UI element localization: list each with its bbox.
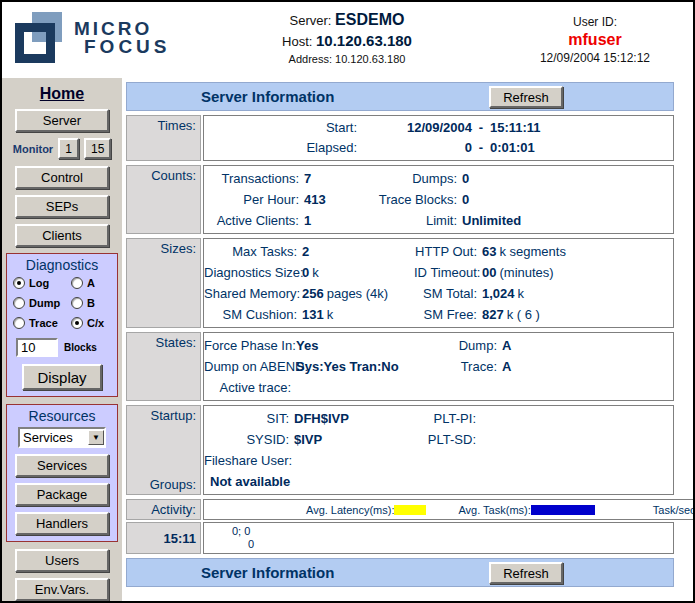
seps-button[interactable]: SEPs [15,195,109,218]
avg-latency-swatch-icon [394,505,426,515]
services-button[interactable]: Services [15,454,109,477]
counts-section-label: Counts: [126,165,201,234]
radio-cx[interactable]: C/x [71,317,111,329]
force-phase-in-value: Yes [296,335,418,356]
sit-label: SIT: [204,408,294,429]
times-section-label: Times: [126,115,201,161]
handlers-button[interactable]: Handlers [15,512,109,535]
startup-section-label-cell: Startup: Groups: [126,405,201,495]
diagnostics-title: Diagnostics [7,257,117,273]
max-tasks-value: 2 [302,241,414,262]
host-value: 10.120.63.180 [316,32,412,49]
force-phase-in-label: Force Phase In: [204,335,296,356]
counts-body: Transactions: 7 Dumps: 0 Per Hour: 413 T… [203,165,674,234]
radio-log-icon[interactable] [13,277,25,289]
control-button[interactable]: Control [15,166,109,189]
times-row-elapsed: Elapsed: 0 - 0:01:01 [204,138,673,158]
radio-trace-icon[interactable] [13,317,25,329]
sizes-section: Sizes: Max Tasks: 2 HTTP Out: 63k segmen… [126,238,674,328]
sidebar-home-link[interactable]: Home [2,85,122,103]
package-button[interactable]: Package [15,483,109,506]
server-value: ESDEMO [335,11,404,28]
radio-trace[interactable]: Trace [13,317,71,329]
active-clients-label: Active Clients: [204,210,304,231]
server-button[interactable]: Server [15,109,109,132]
dump-on-abend-value: Sys:Yes Tran:No [296,356,418,377]
activity-data-line1: 0; 0 [204,525,673,538]
radio-a-icon[interactable] [71,277,83,289]
transactions-value: 7 [304,168,366,189]
states-empty-value [502,377,673,398]
transactions-label: Transactions: [204,168,304,189]
resources-dropdown[interactable]: Services ▼ [18,427,106,448]
sysid-value: $IVP [294,429,416,450]
startup-row: SYSID: $IVP PLT-SD: [204,429,673,450]
dropdown-arrow-icon[interactable]: ▼ [88,430,104,445]
radio-dump[interactable]: Dump [13,297,71,309]
sm-total-value: 1,024k [482,283,673,304]
states-section-label: States: [126,332,201,401]
refresh-button-top[interactable]: Refresh [489,86,563,108]
dump-state-value: A [502,335,673,356]
resources-dropdown-value: Services [20,430,88,445]
sizes-section-label: Sizes: [126,238,201,328]
radio-b[interactable]: B [71,297,111,309]
monitor-1-button[interactable]: 1 [58,138,79,159]
radio-trace-label: Trace [29,317,58,329]
elapsed-dash: - [472,138,490,158]
radio-a[interactable]: A [71,277,111,289]
blocks-row: Blocks [16,338,117,357]
activity-data-section: 15:11 0; 0 0 [126,522,674,554]
envvars-button[interactable]: Env.Vars. [15,578,109,601]
dump-state-label: Dump: [418,335,502,356]
per-hour-value: 413 [304,189,366,210]
monitor-15-button[interactable]: 15 [84,138,111,159]
logo-front-square [15,23,55,63]
address-line: Address: 10.120.63.180 [227,53,467,65]
elapsed-days: 0 [362,138,472,158]
blocks-input[interactable] [16,338,58,357]
radio-log[interactable]: Log [13,277,71,289]
sm-total-label: SM Total: [414,283,482,304]
micro-focus-logo: MICRO FOCUS [12,10,182,70]
startup-body: SIT: DFH$IVP PLT-PI: SYSID: $IVP PLT-SD:… [203,405,674,495]
activity-data-line2: 0 [204,538,673,551]
refresh-button-bottom[interactable]: Refresh [489,562,563,584]
display-button[interactable]: Display [22,364,102,390]
monitor-row: Monitor 1 15 [2,138,122,159]
page-title: Server Information [201,83,334,110]
startup-section: Startup: Groups: SIT: DFH$IVP PLT-PI: SY… [126,405,674,495]
server-label: Server: [290,13,332,28]
sidebar: Home Server Monitor 1 15 Control SEPs Cl… [2,78,122,601]
header: MICRO FOCUS Server: ESDEMO Host: 10.120.… [2,2,693,78]
startup-empty-label [416,450,481,471]
start-time: 15:11:11 [490,118,673,138]
radio-cx-label: C/x [87,317,104,329]
blocks-label: Blocks [64,342,97,353]
avg-latency-label: Avg. Latency(ms): [306,504,394,516]
plt-sd-label: PLT-SD: [416,429,481,450]
sizes-row: Max Tasks: 2 HTTP Out: 63k segments [204,241,673,262]
sizes-row: Diagnostics Size: 0k ID Timeout: 00(minu… [204,262,673,283]
states-row: Active trace: [204,377,673,398]
resources-title: Resources [7,408,117,424]
active-clients-value: 1 [304,210,366,231]
resources-group: Resources Services ▼ Services Package Ha… [6,404,118,542]
counts-row: Per Hour: 413 Trace Blocks: 0 [204,189,673,210]
task-sec-label: Task/sec: [653,504,695,516]
address-label: Address: [289,53,332,65]
radio-dump-icon[interactable] [13,297,25,309]
radio-cx-icon[interactable] [71,317,83,329]
monitor-label: Monitor [13,143,53,155]
active-trace-value [296,377,418,398]
plt-sd-value [481,429,673,450]
radio-b-icon[interactable] [71,297,83,309]
radio-dump-label: Dump [29,297,60,309]
groups-value: Not available [204,471,673,492]
user-id-label: User ID: [515,15,675,29]
users-button[interactable]: Users [15,549,109,572]
radio-b-label: B [87,297,95,309]
clients-button[interactable]: Clients [15,224,109,247]
times-row-start: Start: 12/09/2004 - 15:11:11 [204,118,673,138]
shared-memory-label: Shared Memory: [204,283,302,304]
